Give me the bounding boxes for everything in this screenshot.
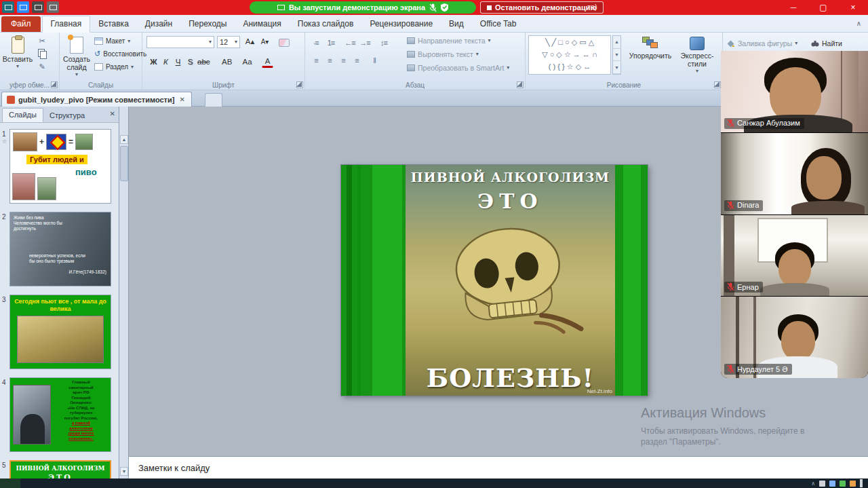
scroll-up-icon[interactable]: ▲ xyxy=(613,36,620,49)
close-pane-icon[interactable]: ✕ xyxy=(110,110,115,117)
tab-home[interactable]: Главная xyxy=(42,16,91,33)
bullets-icon[interactable]: ∙≡ xyxy=(309,37,323,49)
section-icon xyxy=(94,63,103,71)
justify-icon[interactable]: ≡ xyxy=(350,54,363,67)
scroll-down-icon[interactable]: ▼ xyxy=(613,49,620,62)
grow-font-button[interactable]: А▴ xyxy=(244,35,256,48)
align-left-icon[interactable]: ≡ xyxy=(309,54,323,67)
tab-outline[interactable]: Структура xyxy=(43,109,91,122)
tab-animations[interactable]: Анимация xyxy=(235,16,289,32)
stop-share-button[interactable]: Остановить демонстрацию xyxy=(480,1,604,14)
align-right-icon[interactable]: ≡ xyxy=(336,54,350,67)
monitor-icon[interactable] xyxy=(2,1,14,13)
shapes-row[interactable]: ▽ ○ ◇ ☆ → ↔ ∩ xyxy=(529,48,610,60)
show-desktop-button[interactable] xyxy=(860,479,863,487)
increase-indent-icon[interactable]: →≡ xyxy=(358,37,372,49)
align-center-icon[interactable]: ≡ xyxy=(323,54,336,67)
tray-icon[interactable] xyxy=(819,481,825,487)
tab-view[interactable]: Вид xyxy=(441,16,472,32)
tray-icon[interactable] xyxy=(829,481,835,487)
slide-number: 3 xyxy=(2,296,6,303)
paste-button[interactable]: Вставить ▾ xyxy=(3,34,33,69)
copy-icon[interactable] xyxy=(37,48,47,59)
strikethrough-button[interactable]: abc xyxy=(197,56,211,68)
windows-activation-watermark: Активация Windows Чтобы активировать Win… xyxy=(641,405,804,447)
reset-button[interactable]: ↺Восстановить xyxy=(92,48,149,60)
menu-icon[interactable] xyxy=(47,1,59,13)
document-tab[interactable]: gubit_lyudey_pivo [Режим совместимости] … xyxy=(1,92,192,107)
tab-transitions[interactable]: Переходы xyxy=(180,16,235,32)
slide-thumbnail-1[interactable]: + = Губит людей и пиво xyxy=(9,129,111,204)
close-button[interactable]: × xyxy=(838,0,868,15)
font-name-combo[interactable]: ▾ xyxy=(146,36,214,48)
decrease-indent-icon[interactable]: ←≡ xyxy=(343,37,357,49)
maximize-button[interactable]: ▢ xyxy=(808,0,838,15)
participant-video-3[interactable]: Ернар xyxy=(721,215,868,297)
scroll-up-icon[interactable]: ▲ xyxy=(120,135,128,144)
clear-formatting-icon[interactable] xyxy=(278,37,290,49)
underline-button[interactable]: Ч xyxy=(172,56,184,68)
tab-review[interactable]: Рецензирование xyxy=(361,16,441,32)
start-button[interactable] xyxy=(0,478,20,488)
new-slide-button[interactable]: Создать слайд ▾ xyxy=(61,34,92,77)
volume-icon[interactable] xyxy=(32,1,44,13)
smartart-button[interactable]: Преобразовать в SmartArt▾ xyxy=(407,64,509,72)
participant-video-1[interactable]: Санжар Абулазим xyxy=(721,51,868,133)
change-case-button[interactable]: Аа xyxy=(241,56,253,68)
thumbnails-scrollbar[interactable]: ▲ ▼ xyxy=(119,107,129,478)
font-color-button[interactable]: А xyxy=(262,56,273,68)
format-painter-icon[interactable]: ✎ xyxy=(37,61,47,72)
camera-icon[interactable] xyxy=(17,1,29,13)
columns-icon[interactable]: ‖ xyxy=(368,54,381,67)
quick-styles-button[interactable]: Экспресс-стили ▾ xyxy=(675,34,719,74)
notes-pane[interactable]: Заметки к слайду xyxy=(129,456,868,478)
find-button[interactable]: Найти xyxy=(811,39,842,48)
participant-video-4[interactable]: Нурдаулет 5 Ә xyxy=(721,297,868,378)
shapes-more-icon[interactable]: ▼ xyxy=(613,61,620,74)
numbering-icon[interactable]: 1≡ xyxy=(324,37,338,49)
tray-expand-icon[interactable]: ∧ xyxy=(811,481,815,487)
slide-thumbnail-2[interactable]: Живи без пива Человечество могло бы дост… xyxy=(9,212,111,286)
dialog-launcher-icon[interactable] xyxy=(296,81,303,88)
shapes-gallery[interactable]: ╲ ╱ □ ○ ◇ ▭ △ ▽ ○ ◇ ☆ → ↔ ∩ ( ) { } ☆ ◇ … xyxy=(528,35,611,75)
font-size-combo[interactable]: 12▾ xyxy=(217,36,240,48)
slide-thumbnail-3[interactable]: Сегодня пьют все , от мала до велика xyxy=(9,295,111,369)
layout-button[interactable]: Макет▾ xyxy=(92,35,149,48)
scroll-down-icon[interactable]: ▼ xyxy=(120,467,128,476)
tab-design[interactable]: Дизайн xyxy=(137,16,180,32)
participant-video-2[interactable]: Dinara xyxy=(721,133,868,215)
close-document-icon[interactable]: ✕ xyxy=(178,96,186,103)
slide-thumbnail-5[interactable]: ПИВНОЙ АЛКОГОЛИЗМ ЭТО xyxy=(9,460,111,478)
current-slide[interactable]: ПИВНОЙ АЛКОГОЛИЗМ ЭТО xyxy=(341,165,648,396)
line-spacing-icon[interactable]: ↕≡ xyxy=(377,37,391,49)
dialog-launcher-icon[interactable] xyxy=(714,81,721,88)
arrange-button[interactable]: Упорядочить xyxy=(629,34,672,60)
paste-label: Вставить xyxy=(3,55,33,63)
shapes-row[interactable]: ╲ ╱ □ ○ ◇ ▭ △ xyxy=(529,36,610,48)
collapse-ribbon-icon[interactable]: ∧ xyxy=(856,20,861,27)
shrink-font-button[interactable]: А▾ xyxy=(259,35,271,48)
tray-icon[interactable] xyxy=(850,481,856,487)
tab-insert[interactable]: Вставка xyxy=(90,16,137,32)
italic-button[interactable]: К xyxy=(160,56,172,68)
slide-thumbnail-4[interactable]: Главный санитарный врач РФ Геннадий Онищ… xyxy=(9,377,111,452)
tab-office-tab[interactable]: Office Tab xyxy=(472,16,525,32)
character-spacing-button[interactable]: АВ xyxy=(221,56,233,68)
tab-file[interactable]: Файл xyxy=(1,16,41,32)
cut-icon[interactable]: ✂ xyxy=(37,35,47,46)
shape-fill-button[interactable]: Заливка фигуры ▾ xyxy=(727,39,797,48)
dialog-launcher-icon[interactable] xyxy=(517,81,524,88)
shapes-row[interactable]: ( ) { } ☆ ◇ ↔ xyxy=(529,60,610,73)
tray-icon[interactable] xyxy=(840,481,846,487)
minimize-button[interactable]: ─ xyxy=(778,0,808,15)
align-text-button[interactable]: Выровнять текст▾ xyxy=(407,50,479,58)
tab-slideshow[interactable]: Показ слайдов xyxy=(290,16,362,32)
text-direction-button[interactable]: Направление текста▾ xyxy=(407,37,491,45)
document-tab-stub[interactable] xyxy=(205,93,222,107)
section-button[interactable]: Раздел▾ xyxy=(92,60,149,73)
dialog-launcher-icon[interactable] xyxy=(51,81,58,88)
scrollbar-thumb[interactable] xyxy=(120,146,128,181)
text-shadow-button[interactable]: S xyxy=(184,56,196,68)
bold-button[interactable]: Ж xyxy=(148,56,159,68)
tab-slides-thumbnails[interactable]: Слайды xyxy=(2,108,43,122)
